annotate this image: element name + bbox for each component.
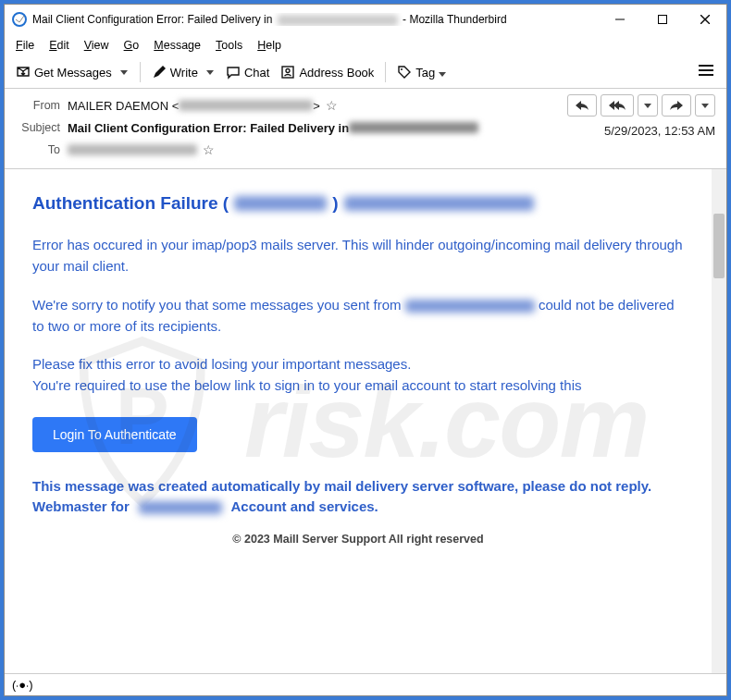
get-messages-button[interactable]: Get Messages [10, 61, 118, 83]
menu-go[interactable]: Go [117, 36, 147, 55]
copyright-text: © 2023 Maill Server Support All right re… [32, 533, 684, 546]
write-dropdown[interactable] [204, 70, 217, 75]
subject-label: Subject [16, 121, 68, 134]
subject-value: Mail Client Configuration Error: Failed … [68, 121, 478, 135]
svg-point-0 [13, 13, 26, 26]
email-paragraph: We're sorry to notify you that some mess… [32, 294, 684, 338]
svg-rect-2 [659, 16, 667, 24]
email-paragraph: Please fix tthis error to avoid losing y… [32, 353, 684, 375]
tag-button[interactable]: Tag [391, 61, 452, 83]
app-icon [12, 12, 27, 27]
reply-all-dropdown[interactable] [638, 94, 658, 117]
from-label: From [16, 99, 68, 112]
hamburger-icon [699, 64, 713, 77]
email-footer: This message was created automatically b… [32, 476, 684, 497]
chat-button[interactable]: Chat [220, 61, 275, 83]
download-icon [16, 65, 31, 80]
to-value: ☆ [68, 142, 215, 157]
to-label: To [16, 143, 68, 156]
svg-point-7 [401, 68, 403, 70]
star-icon[interactable]: ☆ [203, 142, 215, 157]
scroll-thumb[interactable] [713, 214, 725, 278]
menu-view[interactable]: View [77, 36, 117, 55]
get-messages-dropdown[interactable] [118, 70, 130, 75]
message-date: 5/29/2023, 12:53 AM [604, 124, 715, 138]
forward-dropdown[interactable] [695, 94, 715, 117]
menu-file[interactable]: File [8, 36, 42, 55]
menu-message[interactable]: Message [146, 36, 208, 55]
address-book-button[interactable]: Address Book [275, 61, 379, 83]
scrollbar[interactable] [712, 169, 726, 673]
address-book-label: Address Book [299, 66, 374, 80]
from-value: MAILER DAEMON <> ☆ [68, 98, 338, 113]
menubar: File Edit View Go Message Tools Help [5, 34, 726, 56]
maximize-button[interactable] [641, 5, 684, 34]
tag-label: Tag [415, 66, 435, 80]
email-heading: Authentication Failure () [32, 193, 684, 214]
chevron-down-icon [439, 66, 446, 80]
star-icon[interactable]: ☆ [326, 98, 338, 113]
close-button[interactable] [684, 5, 726, 34]
online-status-icon[interactable]: (⸱●⸱) [12, 678, 33, 693]
minimize-button[interactable] [599, 5, 641, 34]
login-authenticate-button[interactable]: Login To Authenticate [32, 417, 197, 452]
tag-icon [397, 65, 412, 80]
email-footer: Webmaster for Account and services. [32, 497, 684, 518]
forward-button[interactable] [662, 94, 691, 117]
reply-button[interactable] [567, 94, 597, 117]
menu-help[interactable]: Help [250, 36, 289, 55]
message-pane: P risk.com Authentication Failure () Err… [5, 169, 712, 673]
email-paragraph: You're required to use the below link to… [32, 375, 684, 396]
write-button[interactable]: Write [146, 61, 204, 83]
reply-all-button[interactable] [601, 94, 634, 117]
get-messages-label: Get Messages [34, 66, 112, 80]
svg-point-6 [286, 69, 290, 73]
menu-tools[interactable]: Tools [208, 36, 250, 55]
address-book-icon [280, 65, 295, 80]
pencil-icon [152, 65, 167, 80]
chat-icon [226, 65, 241, 80]
write-label: Write [170, 66, 198, 80]
app-menu-button[interactable] [691, 60, 721, 84]
window-title: Mail Client Configuration Error: Failed … [32, 13, 599, 26]
email-paragraph: Error has occured in your imap/pop3 mail… [32, 234, 684, 277]
chat-label: Chat [244, 66, 269, 80]
menu-edit[interactable]: Edit [42, 36, 77, 55]
